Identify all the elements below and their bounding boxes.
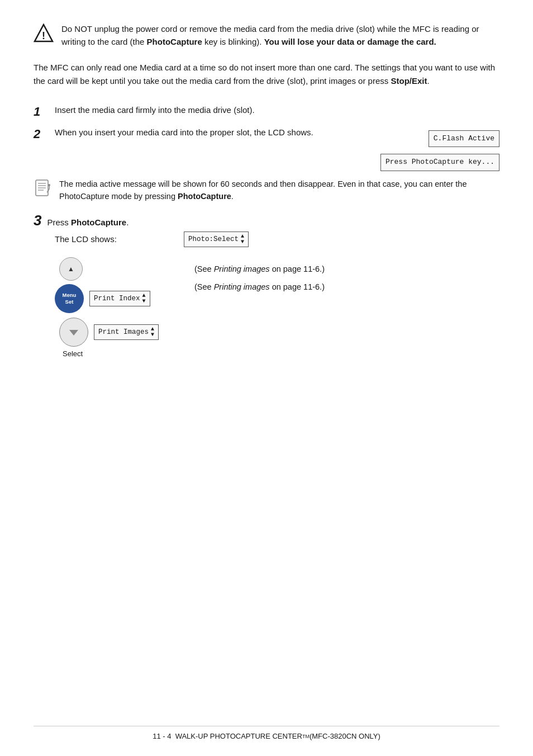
menu-set-row: Menu Set Print Index ▲▼ bbox=[55, 284, 178, 313]
step-3-number: 3 bbox=[34, 212, 41, 229]
up-arrow-btn: ▲ bbox=[59, 257, 83, 281]
button-diagram: ▲ Menu Set Print Index ▲▼ bbox=[55, 257, 178, 358]
lcd-press-photocapture: Press PhotoCapture key... bbox=[380, 154, 499, 171]
intro-paragraph: The MFC can only read one Media card at … bbox=[34, 61, 499, 88]
lcd-shows-row: The LCD shows: Photo:Select ▲▼ bbox=[55, 231, 499, 247]
menu-set-button: Menu Set bbox=[55, 284, 84, 313]
warning-text: Do NOT unplug the power cord or remove t… bbox=[61, 22, 499, 49]
svg-point-7 bbox=[48, 184, 50, 186]
note-icon bbox=[34, 179, 54, 201]
diagram-notes: (See Printing images on page 11-6.) (See… bbox=[194, 257, 499, 294]
footer-page-num: 11 - 4 bbox=[153, 732, 171, 740]
lcd-print-index: Print Index ▲▼ bbox=[89, 291, 150, 306]
select-button bbox=[59, 318, 88, 347]
step-3-label: Press PhotoCapture. bbox=[47, 216, 129, 229]
svg-text:!: ! bbox=[42, 30, 45, 41]
footer: 11 - 4 WALK-UP PHOTOCAPTURE CENTERTM (MF… bbox=[34, 726, 499, 740]
step-1: 1 Insert the media card firmly into the … bbox=[34, 103, 499, 121]
step-2: 2 When you insert your media card into t… bbox=[34, 126, 499, 171]
diagram-section: ▲ Menu Set Print Index ▲▼ bbox=[55, 257, 499, 358]
note-box: The media active message will be shown f… bbox=[34, 178, 499, 203]
select-label: Select bbox=[63, 349, 83, 358]
step-3: 3 Press PhotoCapture. The LCD shows: Pho… bbox=[34, 212, 499, 358]
step-1-number: 1 bbox=[34, 103, 49, 121]
warning-box: ! Do NOT unplug the power cord or remove… bbox=[34, 22, 499, 49]
lcd-photo-select: Photo:Select ▲▼ bbox=[184, 231, 249, 247]
step-2-number: 2 bbox=[34, 126, 49, 143]
lcd-print-images: Print Images ▲▼ bbox=[94, 324, 159, 340]
warning-icon: ! bbox=[34, 23, 54, 44]
step-1-content: Insert the media card firmly into the me… bbox=[55, 103, 499, 116]
note-text: The media active message will be shown f… bbox=[59, 178, 499, 203]
step-2-content: When you insert your media card into the… bbox=[55, 126, 499, 171]
step-2-right: C.Flash Active Press PhotoCapture key... bbox=[380, 126, 499, 171]
footer-text: WALK-UP PHOTOCAPTURE CENTER bbox=[175, 732, 302, 740]
lcd-flash-active: C.Flash Active bbox=[429, 130, 499, 147]
